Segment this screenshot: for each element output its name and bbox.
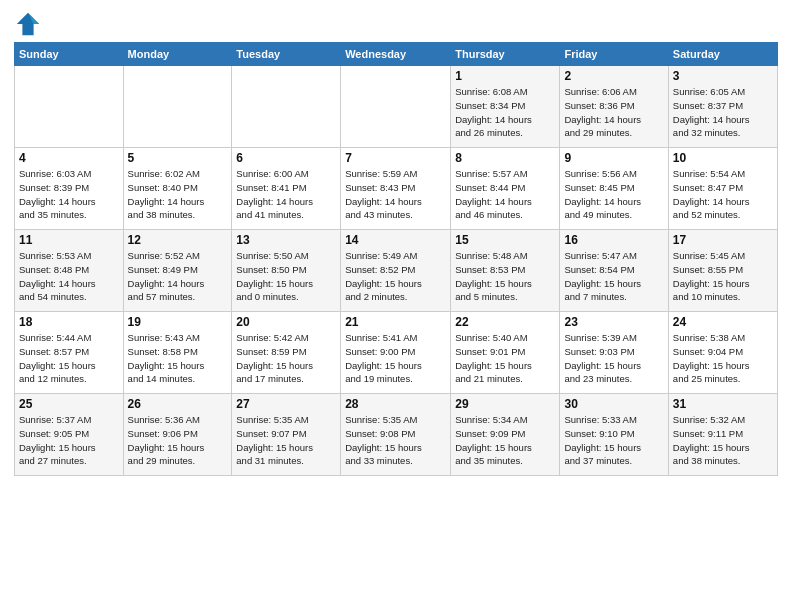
calendar-cell: 3Sunrise: 6:05 AM Sunset: 8:37 PM Daylig… (668, 66, 777, 148)
calendar-cell: 28Sunrise: 5:35 AM Sunset: 9:08 PM Dayli… (341, 394, 451, 476)
calendar-cell: 27Sunrise: 5:35 AM Sunset: 9:07 PM Dayli… (232, 394, 341, 476)
weekday-header-monday: Monday (123, 43, 232, 66)
day-number: 8 (455, 151, 555, 165)
calendar-cell (232, 66, 341, 148)
calendar-cell: 14Sunrise: 5:49 AM Sunset: 8:52 PM Dayli… (341, 230, 451, 312)
day-number: 29 (455, 397, 555, 411)
day-info: Sunrise: 5:43 AM Sunset: 8:58 PM Dayligh… (128, 331, 228, 386)
day-number: 3 (673, 69, 773, 83)
day-info: Sunrise: 5:35 AM Sunset: 9:07 PM Dayligh… (236, 413, 336, 468)
day-info: Sunrise: 5:35 AM Sunset: 9:08 PM Dayligh… (345, 413, 446, 468)
day-number: 7 (345, 151, 446, 165)
weekday-header-row: SundayMondayTuesdayWednesdayThursdayFrid… (15, 43, 778, 66)
calendar-cell: 13Sunrise: 5:50 AM Sunset: 8:50 PM Dayli… (232, 230, 341, 312)
day-info: Sunrise: 5:59 AM Sunset: 8:43 PM Dayligh… (345, 167, 446, 222)
day-number: 31 (673, 397, 773, 411)
day-info: Sunrise: 6:08 AM Sunset: 8:34 PM Dayligh… (455, 85, 555, 140)
day-info: Sunrise: 5:37 AM Sunset: 9:05 PM Dayligh… (19, 413, 119, 468)
day-number: 28 (345, 397, 446, 411)
day-info: Sunrise: 5:41 AM Sunset: 9:00 PM Dayligh… (345, 331, 446, 386)
day-info: Sunrise: 5:34 AM Sunset: 9:09 PM Dayligh… (455, 413, 555, 468)
calendar-cell: 6Sunrise: 6:00 AM Sunset: 8:41 PM Daylig… (232, 148, 341, 230)
calendar-cell: 20Sunrise: 5:42 AM Sunset: 8:59 PM Dayli… (232, 312, 341, 394)
calendar-week-2: 4Sunrise: 6:03 AM Sunset: 8:39 PM Daylig… (15, 148, 778, 230)
day-number: 27 (236, 397, 336, 411)
calendar-cell (15, 66, 124, 148)
header (14, 10, 778, 38)
day-number: 20 (236, 315, 336, 329)
day-info: Sunrise: 5:38 AM Sunset: 9:04 PM Dayligh… (673, 331, 773, 386)
calendar-cell: 21Sunrise: 5:41 AM Sunset: 9:00 PM Dayli… (341, 312, 451, 394)
day-number: 25 (19, 397, 119, 411)
day-number: 1 (455, 69, 555, 83)
calendar-cell: 31Sunrise: 5:32 AM Sunset: 9:11 PM Dayli… (668, 394, 777, 476)
day-number: 21 (345, 315, 446, 329)
calendar-cell: 19Sunrise: 5:43 AM Sunset: 8:58 PM Dayli… (123, 312, 232, 394)
weekday-header-tuesday: Tuesday (232, 43, 341, 66)
calendar-table: SundayMondayTuesdayWednesdayThursdayFrid… (14, 42, 778, 476)
day-info: Sunrise: 6:00 AM Sunset: 8:41 PM Dayligh… (236, 167, 336, 222)
logo (14, 10, 46, 38)
calendar-week-4: 18Sunrise: 5:44 AM Sunset: 8:57 PM Dayli… (15, 312, 778, 394)
day-info: Sunrise: 5:33 AM Sunset: 9:10 PM Dayligh… (564, 413, 663, 468)
day-number: 13 (236, 233, 336, 247)
day-info: Sunrise: 6:05 AM Sunset: 8:37 PM Dayligh… (673, 85, 773, 140)
day-number: 14 (345, 233, 446, 247)
day-number: 10 (673, 151, 773, 165)
calendar-cell: 17Sunrise: 5:45 AM Sunset: 8:55 PM Dayli… (668, 230, 777, 312)
day-info: Sunrise: 5:32 AM Sunset: 9:11 PM Dayligh… (673, 413, 773, 468)
day-number: 2 (564, 69, 663, 83)
day-info: Sunrise: 5:40 AM Sunset: 9:01 PM Dayligh… (455, 331, 555, 386)
calendar-page: SundayMondayTuesdayWednesdayThursdayFrid… (0, 0, 792, 612)
day-info: Sunrise: 5:54 AM Sunset: 8:47 PM Dayligh… (673, 167, 773, 222)
day-number: 5 (128, 151, 228, 165)
calendar-cell: 22Sunrise: 5:40 AM Sunset: 9:01 PM Dayli… (451, 312, 560, 394)
day-info: Sunrise: 5:45 AM Sunset: 8:55 PM Dayligh… (673, 249, 773, 304)
calendar-cell: 5Sunrise: 6:02 AM Sunset: 8:40 PM Daylig… (123, 148, 232, 230)
calendar-cell: 15Sunrise: 5:48 AM Sunset: 8:53 PM Dayli… (451, 230, 560, 312)
calendar-body: 1Sunrise: 6:08 AM Sunset: 8:34 PM Daylig… (15, 66, 778, 476)
calendar-cell: 30Sunrise: 5:33 AM Sunset: 9:10 PM Dayli… (560, 394, 668, 476)
day-number: 30 (564, 397, 663, 411)
calendar-cell: 9Sunrise: 5:56 AM Sunset: 8:45 PM Daylig… (560, 148, 668, 230)
day-number: 12 (128, 233, 228, 247)
calendar-cell (341, 66, 451, 148)
calendar-cell: 2Sunrise: 6:06 AM Sunset: 8:36 PM Daylig… (560, 66, 668, 148)
calendar-cell: 26Sunrise: 5:36 AM Sunset: 9:06 PM Dayli… (123, 394, 232, 476)
calendar-cell: 24Sunrise: 5:38 AM Sunset: 9:04 PM Dayli… (668, 312, 777, 394)
weekday-header-saturday: Saturday (668, 43, 777, 66)
logo-icon (14, 10, 42, 38)
calendar-cell: 25Sunrise: 5:37 AM Sunset: 9:05 PM Dayli… (15, 394, 124, 476)
day-info: Sunrise: 6:06 AM Sunset: 8:36 PM Dayligh… (564, 85, 663, 140)
day-number: 6 (236, 151, 336, 165)
calendar-week-5: 25Sunrise: 5:37 AM Sunset: 9:05 PM Dayli… (15, 394, 778, 476)
day-info: Sunrise: 5:48 AM Sunset: 8:53 PM Dayligh… (455, 249, 555, 304)
calendar-cell: 4Sunrise: 6:03 AM Sunset: 8:39 PM Daylig… (15, 148, 124, 230)
day-number: 16 (564, 233, 663, 247)
day-info: Sunrise: 5:44 AM Sunset: 8:57 PM Dayligh… (19, 331, 119, 386)
day-info: Sunrise: 5:36 AM Sunset: 9:06 PM Dayligh… (128, 413, 228, 468)
day-number: 15 (455, 233, 555, 247)
day-info: Sunrise: 5:50 AM Sunset: 8:50 PM Dayligh… (236, 249, 336, 304)
calendar-cell: 16Sunrise: 5:47 AM Sunset: 8:54 PM Dayli… (560, 230, 668, 312)
day-number: 4 (19, 151, 119, 165)
day-info: Sunrise: 5:49 AM Sunset: 8:52 PM Dayligh… (345, 249, 446, 304)
day-number: 9 (564, 151, 663, 165)
weekday-header-friday: Friday (560, 43, 668, 66)
calendar-cell (123, 66, 232, 148)
day-info: Sunrise: 5:56 AM Sunset: 8:45 PM Dayligh… (564, 167, 663, 222)
day-info: Sunrise: 5:57 AM Sunset: 8:44 PM Dayligh… (455, 167, 555, 222)
day-info: Sunrise: 5:47 AM Sunset: 8:54 PM Dayligh… (564, 249, 663, 304)
day-number: 18 (19, 315, 119, 329)
day-number: 19 (128, 315, 228, 329)
day-number: 23 (564, 315, 663, 329)
day-info: Sunrise: 5:53 AM Sunset: 8:48 PM Dayligh… (19, 249, 119, 304)
calendar-week-3: 11Sunrise: 5:53 AM Sunset: 8:48 PM Dayli… (15, 230, 778, 312)
day-info: Sunrise: 5:42 AM Sunset: 8:59 PM Dayligh… (236, 331, 336, 386)
weekday-header-sunday: Sunday (15, 43, 124, 66)
day-info: Sunrise: 5:39 AM Sunset: 9:03 PM Dayligh… (564, 331, 663, 386)
calendar-cell: 1Sunrise: 6:08 AM Sunset: 8:34 PM Daylig… (451, 66, 560, 148)
calendar-header: SundayMondayTuesdayWednesdayThursdayFrid… (15, 43, 778, 66)
weekday-header-wednesday: Wednesday (341, 43, 451, 66)
calendar-cell: 12Sunrise: 5:52 AM Sunset: 8:49 PM Dayli… (123, 230, 232, 312)
